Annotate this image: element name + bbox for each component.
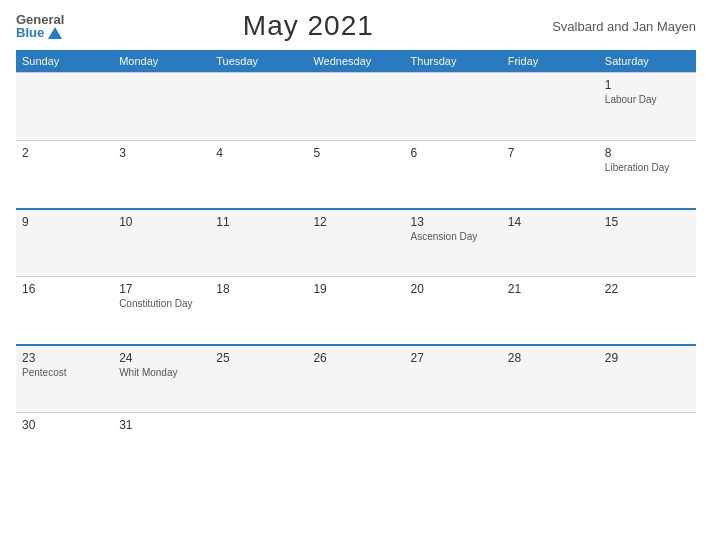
day-number: 25 — [216, 351, 301, 365]
calendar-cell: 17Constitution Day — [113, 277, 210, 345]
day-number: 9 — [22, 215, 107, 229]
calendar-cell — [502, 413, 599, 481]
day-number: 28 — [508, 351, 593, 365]
calendar-cell: 4 — [210, 141, 307, 209]
day-number: 17 — [119, 282, 204, 296]
day-number: 11 — [216, 215, 301, 229]
week-row-3: 1617Constitution Day1819202122 — [16, 277, 696, 345]
calendar-cell: 24Whit Monday — [113, 345, 210, 413]
day-number: 27 — [411, 351, 496, 365]
calendar-cell — [113, 73, 210, 141]
calendar-cell — [307, 73, 404, 141]
calendar-cell: 13Ascension Day — [405, 209, 502, 277]
logo-triangle-icon — [48, 27, 62, 39]
weekday-header-monday: Monday — [113, 50, 210, 73]
day-number: 4 — [216, 146, 301, 160]
calendar-cell — [307, 413, 404, 481]
week-row-5: 3031 — [16, 413, 696, 481]
calendar-cell: 30 — [16, 413, 113, 481]
calendar-cell: 28 — [502, 345, 599, 413]
day-number: 15 — [605, 215, 690, 229]
calendar-cell: 19 — [307, 277, 404, 345]
weekday-header-tuesday: Tuesday — [210, 50, 307, 73]
day-number: 26 — [313, 351, 398, 365]
day-number: 21 — [508, 282, 593, 296]
calendar-cell: 8Liberation Day — [599, 141, 696, 209]
calendar-cell — [405, 73, 502, 141]
calendar-cell: 7 — [502, 141, 599, 209]
header: General Blue May 2021 Svalbard and Jan M… — [16, 10, 696, 42]
calendar-cell: 31 — [113, 413, 210, 481]
day-number: 31 — [119, 418, 204, 432]
region-label: Svalbard and Jan Mayen — [552, 19, 696, 34]
weekday-header-wednesday: Wednesday — [307, 50, 404, 73]
weekday-header-thursday: Thursday — [405, 50, 502, 73]
day-number: 14 — [508, 215, 593, 229]
logo: General Blue — [16, 13, 64, 39]
day-number: 10 — [119, 215, 204, 229]
day-number: 13 — [411, 215, 496, 229]
calendar-cell: 20 — [405, 277, 502, 345]
day-number: 3 — [119, 146, 204, 160]
weekday-header-saturday: Saturday — [599, 50, 696, 73]
day-number: 29 — [605, 351, 690, 365]
calendar-cell: 23Pentecost — [16, 345, 113, 413]
calendar-cell: 3 — [113, 141, 210, 209]
holiday-name: Constitution Day — [119, 298, 204, 309]
calendar-cell: 25 — [210, 345, 307, 413]
calendar-cell: 2 — [16, 141, 113, 209]
calendar-cell: 26 — [307, 345, 404, 413]
day-number: 23 — [22, 351, 107, 365]
day-number: 24 — [119, 351, 204, 365]
week-row-4: 23Pentecost24Whit Monday2526272829 — [16, 345, 696, 413]
calendar-cell: 29 — [599, 345, 696, 413]
day-number: 12 — [313, 215, 398, 229]
day-number: 18 — [216, 282, 301, 296]
holiday-name: Liberation Day — [605, 162, 690, 173]
holiday-name: Whit Monday — [119, 367, 204, 378]
calendar-cell — [599, 413, 696, 481]
day-number: 6 — [411, 146, 496, 160]
calendar-cell — [405, 413, 502, 481]
calendar-cell: 12 — [307, 209, 404, 277]
weekday-header-friday: Friday — [502, 50, 599, 73]
day-number: 19 — [313, 282, 398, 296]
calendar-title: May 2021 — [243, 10, 374, 42]
calendar-cell: 27 — [405, 345, 502, 413]
calendar-cell: 22 — [599, 277, 696, 345]
calendar-cell: 10 — [113, 209, 210, 277]
logo-blue-text: Blue — [16, 26, 44, 39]
weekday-header-sunday: Sunday — [16, 50, 113, 73]
week-row-2: 910111213Ascension Day1415 — [16, 209, 696, 277]
calendar-cell — [210, 413, 307, 481]
calendar-cell: 16 — [16, 277, 113, 345]
calendar-cell: 9 — [16, 209, 113, 277]
week-row-1: 2345678Liberation Day — [16, 141, 696, 209]
calendar-cell: 18 — [210, 277, 307, 345]
calendar-cell — [210, 73, 307, 141]
calendar-cell: 15 — [599, 209, 696, 277]
calendar-cell: 5 — [307, 141, 404, 209]
day-number: 22 — [605, 282, 690, 296]
day-number: 30 — [22, 418, 107, 432]
day-number: 20 — [411, 282, 496, 296]
day-number: 16 — [22, 282, 107, 296]
calendar-cell: 21 — [502, 277, 599, 345]
day-number: 2 — [22, 146, 107, 160]
calendar-cell — [16, 73, 113, 141]
week-row-0: 1Labour Day — [16, 73, 696, 141]
holiday-name: Ascension Day — [411, 231, 496, 242]
holiday-name: Pentecost — [22, 367, 107, 378]
calendar-wrapper: General Blue May 2021 Svalbard and Jan M… — [0, 0, 712, 550]
calendar-cell: 1Labour Day — [599, 73, 696, 141]
holiday-name: Labour Day — [605, 94, 690, 105]
day-number: 7 — [508, 146, 593, 160]
calendar-cell: 14 — [502, 209, 599, 277]
calendar-cell: 6 — [405, 141, 502, 209]
calendar-cell: 11 — [210, 209, 307, 277]
day-number: 8 — [605, 146, 690, 160]
calendar-cell — [502, 73, 599, 141]
calendar-grid: SundayMondayTuesdayWednesdayThursdayFrid… — [16, 50, 696, 481]
weekday-header-row: SundayMondayTuesdayWednesdayThursdayFrid… — [16, 50, 696, 73]
logo-blue-row: Blue — [16, 26, 64, 39]
